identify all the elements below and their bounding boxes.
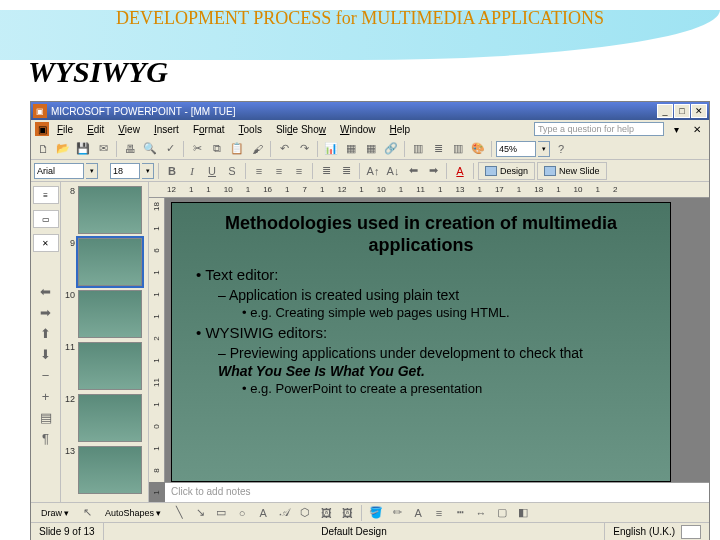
wordart-icon[interactable]: 𝒜 xyxy=(275,504,293,522)
help-dropdown[interactable]: ▾ xyxy=(670,123,683,136)
align-right-icon[interactable]: ≡ xyxy=(290,162,308,180)
spellcheck-icon[interactable]: ✓ xyxy=(161,140,179,158)
menu-format[interactable]: Format xyxy=(187,123,231,136)
font-size-input[interactable]: 18 xyxy=(110,163,140,179)
dash-style-icon[interactable]: ┅ xyxy=(451,504,469,522)
hyperlink-icon[interactable]: 🔗 xyxy=(382,140,400,158)
outline-promote-icon[interactable]: ⬅ xyxy=(40,284,51,299)
paste-icon[interactable]: 📋 xyxy=(228,140,246,158)
italic-button[interactable]: I xyxy=(183,162,201,180)
line-color-icon[interactable]: ✏ xyxy=(388,504,406,522)
font-color-icon[interactable]: A xyxy=(451,162,469,180)
menu-insert[interactable]: Insert xyxy=(148,123,185,136)
menu-help[interactable]: Help xyxy=(384,123,417,136)
menu-window[interactable]: Window xyxy=(334,123,382,136)
tables-borders-icon[interactable]: ▦ xyxy=(362,140,380,158)
help-icon[interactable]: ? xyxy=(552,140,570,158)
diagram-icon[interactable]: ⬡ xyxy=(296,504,314,522)
insert-table-icon[interactable]: ▦ xyxy=(342,140,360,158)
slides-tab[interactable]: ▭ xyxy=(33,210,59,228)
arrow-icon[interactable]: ↘ xyxy=(191,504,209,522)
color-grayscale-icon[interactable]: 🎨 xyxy=(469,140,487,158)
insert-chart-icon[interactable]: 📊 xyxy=(322,140,340,158)
decrease-indent-icon[interactable]: ⬅ xyxy=(404,162,422,180)
3d-style-icon[interactable]: ◧ xyxy=(514,504,532,522)
font-family-input[interactable]: Arial xyxy=(34,163,84,179)
slide-thumbnail[interactable] xyxy=(78,186,142,234)
outline-tab[interactable]: ≡ xyxy=(33,186,59,204)
status-language[interactable]: English (U.K.) xyxy=(605,523,709,540)
number-list-icon[interactable]: ≣ xyxy=(317,162,335,180)
bold-button[interactable]: B xyxy=(163,162,181,180)
outline-demote-icon[interactable]: ➡ xyxy=(40,305,51,320)
select-pointer-icon[interactable]: ↖ xyxy=(78,504,96,522)
outline-collapse-icon[interactable]: − xyxy=(42,368,50,383)
zoom-input[interactable]: 45% xyxy=(496,141,536,157)
fill-color-icon[interactable]: 🪣 xyxy=(367,504,385,522)
minimize-button[interactable]: _ xyxy=(657,104,673,118)
show-grid-icon[interactable]: ▥ xyxy=(449,140,467,158)
design-button[interactable]: Design xyxy=(478,162,535,180)
show-format-icon[interactable]: ≣ xyxy=(429,140,447,158)
slide-thumbnail[interactable] xyxy=(78,394,142,442)
outline-up-icon[interactable]: ⬆ xyxy=(40,326,51,341)
outline-expand-icon[interactable]: + xyxy=(42,389,50,404)
copy-icon[interactable]: ⧉ xyxy=(208,140,226,158)
clipart-icon[interactable]: 🖼 xyxy=(317,504,335,522)
notes-input[interactable]: Click to add notes xyxy=(165,482,709,502)
align-left-icon[interactable]: ≡ xyxy=(250,162,268,180)
arrow-style-icon[interactable]: ↔ xyxy=(472,504,490,522)
menu-slideshow[interactable]: Slide Show xyxy=(270,123,332,136)
cut-icon[interactable]: ✂ xyxy=(188,140,206,158)
oval-icon[interactable]: ○ xyxy=(233,504,251,522)
preview-icon[interactable]: 🔍 xyxy=(141,140,159,158)
textbox-icon[interactable]: A xyxy=(254,504,272,522)
line-style-icon[interactable]: ≡ xyxy=(430,504,448,522)
menu-edit[interactable]: Edit xyxy=(81,123,110,136)
format-painter-icon[interactable]: 🖌 xyxy=(248,140,266,158)
doc-close-button[interactable]: ✕ xyxy=(689,123,705,136)
rectangle-icon[interactable]: ▭ xyxy=(212,504,230,522)
align-center-icon[interactable]: ≡ xyxy=(270,162,288,180)
line-icon[interactable]: ╲ xyxy=(170,504,188,522)
help-search-input[interactable]: Type a question for help xyxy=(534,122,664,136)
font-color-icon[interactable]: A xyxy=(409,504,427,522)
open-icon[interactable]: 📂 xyxy=(54,140,72,158)
autoshapes-menu[interactable]: AutoShapes ▾ xyxy=(99,506,167,520)
slide-canvas[interactable]: Methodologies used in creation of multim… xyxy=(171,202,671,482)
zoom-dropdown[interactable]: ▾ xyxy=(538,141,550,157)
menu-view[interactable]: View xyxy=(112,123,146,136)
save-icon[interactable]: 💾 xyxy=(74,140,92,158)
summary-slide-icon[interactable]: ▤ xyxy=(40,410,52,425)
undo-icon[interactable]: ↶ xyxy=(275,140,293,158)
slide-thumbnail[interactable] xyxy=(78,446,142,494)
menu-file[interactable]: File xyxy=(51,123,79,136)
app-menu-icon[interactable]: ▣ xyxy=(35,122,49,136)
expand-all-icon[interactable]: ▥ xyxy=(409,140,427,158)
underline-button[interactable]: U xyxy=(203,162,221,180)
slide-thumbnail[interactable] xyxy=(78,238,142,286)
font-size-dropdown[interactable]: ▾ xyxy=(142,163,154,179)
mail-icon[interactable]: ✉ xyxy=(94,140,112,158)
close-button[interactable]: ✕ xyxy=(691,104,707,118)
increase-indent-icon[interactable]: ➡ xyxy=(424,162,442,180)
new-icon[interactable]: 🗋 xyxy=(34,140,52,158)
draw-menu[interactable]: Draw ▾ xyxy=(35,506,75,520)
maximize-button[interactable]: □ xyxy=(674,104,690,118)
increase-font-icon[interactable]: A↑ xyxy=(364,162,382,180)
picture-icon[interactable]: 🖼 xyxy=(338,504,356,522)
outline-down-icon[interactable]: ⬇ xyxy=(40,347,51,362)
tab-close[interactable]: ✕ xyxy=(33,234,59,252)
show-formatting-icon[interactable]: ¶ xyxy=(42,431,49,446)
menu-tools[interactable]: Tools xyxy=(233,123,268,136)
font-family-dropdown[interactable]: ▾ xyxy=(86,163,98,179)
slide-thumbnail[interactable] xyxy=(78,342,142,390)
new-slide-button[interactable]: New Slide xyxy=(537,162,607,180)
redo-icon[interactable]: ↷ xyxy=(295,140,313,158)
decrease-font-icon[interactable]: A↓ xyxy=(384,162,402,180)
print-icon[interactable]: 🖶 xyxy=(121,140,139,158)
slide-thumbnail[interactable] xyxy=(78,290,142,338)
bullet-list-icon[interactable]: ≣ xyxy=(337,162,355,180)
shadow-style-icon[interactable]: ▢ xyxy=(493,504,511,522)
shadow-button[interactable]: S xyxy=(223,162,241,180)
